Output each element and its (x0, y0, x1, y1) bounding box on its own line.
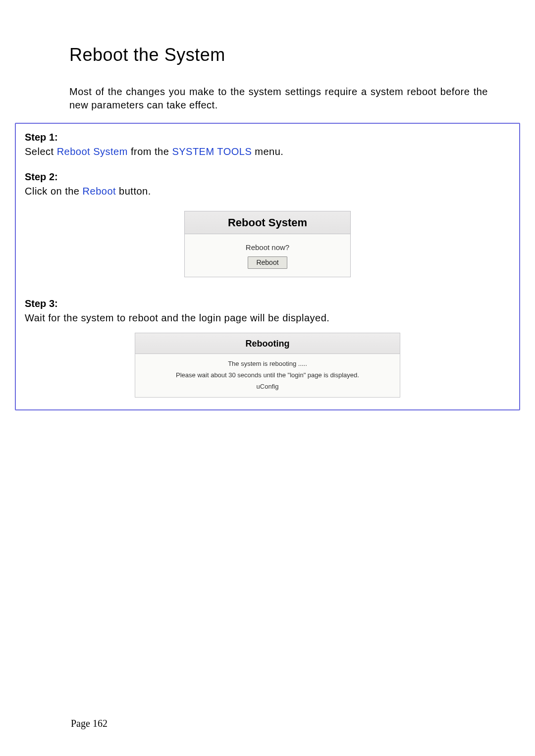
system-tools-link: SYSTEM TOOLS (172, 146, 252, 157)
reboot-link: Reboot (83, 186, 116, 197)
rebooting-panel-header: Rebooting (135, 333, 400, 354)
reboot-system-panel-header: Reboot System (185, 211, 350, 234)
reboot-button[interactable]: Reboot (248, 256, 287, 269)
step-1-text: Select Reboot System from the SYSTEM TOO… (25, 146, 510, 157)
step-2-post: button. (116, 186, 151, 197)
reboot-now-text: Reboot now? (185, 243, 350, 252)
step-1-pre: Select (25, 146, 57, 157)
step-3-text: Wait for the system to reboot and the lo… (25, 312, 510, 324)
step-1-label: Step 1: (25, 132, 510, 143)
step-3-label: Step 3: (25, 298, 510, 309)
rebooting-line-1: The system is rebooting ..... (135, 360, 400, 367)
step-2-pre: Click on the (25, 186, 83, 197)
step-1-post: menu. (252, 146, 283, 157)
step-2-text: Click on the Reboot button. (25, 186, 510, 197)
rebooting-panel: Rebooting The system is rebooting ..... … (135, 333, 400, 398)
reboot-system-panel: Reboot System Reboot now? Reboot (184, 211, 351, 277)
steps-box: Step 1: Select Reboot System from the SY… (15, 123, 520, 410)
page-title: Reboot the System (69, 45, 503, 65)
step-2-label: Step 2: (25, 171, 510, 183)
page-number: Page 162 (71, 718, 107, 729)
rebooting-line-2: Please wait about 30 seconds until the "… (135, 371, 400, 379)
reboot-system-link: Reboot System (57, 146, 128, 157)
rebooting-line-3: uConfig (135, 383, 400, 390)
step-1-mid: from the (128, 146, 172, 157)
intro-text: Most of the changes you make to the syst… (69, 85, 488, 112)
